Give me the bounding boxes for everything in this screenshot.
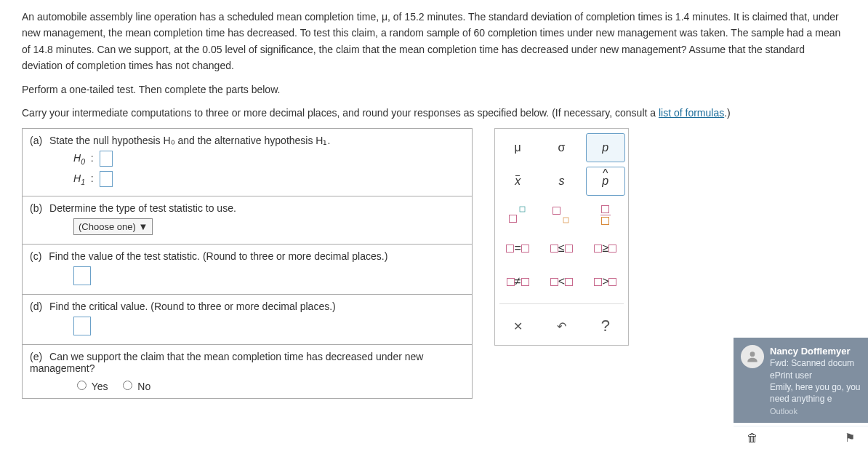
notification-app: Outlook (770, 406, 861, 417)
problem-paragraph-3: Carry your intermediate computations to … (22, 105, 846, 121)
part-c-text: Find the value of the test statistic. (R… (49, 250, 387, 262)
h0-row: H0 : (73, 151, 465, 167)
symbol-xbar[interactable]: x (498, 167, 537, 196)
palette-undo-icon[interactable]: ↶ (542, 311, 581, 341)
notification-toast[interactable]: Nancy Dofflemyer Fwd: Scanned docum ePri… (734, 338, 868, 423)
answer-box: (a) State the null hypothesis H₀ and the… (22, 128, 473, 399)
part-b-label: (b) (30, 202, 42, 214)
radio-yes[interactable]: Yes (73, 381, 108, 392)
flag-icon[interactable]: ⚑ (845, 431, 855, 445)
part-c-label: (c) (30, 250, 41, 262)
symbol-le[interactable]: ≤ (542, 234, 581, 263)
symbol-phat[interactable]: p (586, 167, 625, 196)
part-d: (d) Find the critical value. (Round to t… (23, 295, 472, 345)
problem-paragraph-2: Perform a one-tailed test. Then complete… (22, 82, 846, 98)
part-c: (c) Find the value of the test statistic… (23, 245, 472, 295)
part-d-text: Find the critical value. (Round to three… (49, 301, 336, 312)
formulas-link[interactable]: list of formulas (659, 107, 724, 119)
symbol-gt[interactable]: > (586, 267, 625, 296)
radio-no[interactable]: No (119, 381, 150, 392)
part-e-label: (e) (30, 351, 42, 362)
h0-input[interactable] (100, 151, 113, 167)
h1-row: H1 : (73, 171, 465, 187)
part-e-text: Can we support the claim that the mean c… (30, 351, 423, 374)
problem-paragraph-1: An automobile assembly line operation ha… (22, 9, 846, 74)
trash-icon[interactable]: 🗑 (747, 432, 758, 445)
part-a-text: State the null hypothesis H₀ and the alt… (49, 135, 330, 146)
symbol-eq[interactable]: = (498, 234, 537, 263)
symbol-superscript[interactable] (498, 200, 537, 229)
symbol-p[interactable]: p (586, 133, 625, 162)
palette-clear-icon[interactable]: ✕ (498, 311, 537, 341)
p3-post: .) (724, 107, 731, 119)
symbol-sigma[interactable]: σ (542, 133, 581, 162)
h0-symbol: H0 (73, 152, 85, 164)
notification-sender: Nancy Dofflemyer (770, 345, 861, 358)
palette-help-icon[interactable]: ? (586, 311, 625, 341)
h1-input[interactable] (100, 171, 113, 187)
symbol-fraction[interactable] (586, 200, 625, 229)
part-a: (a) State the null hypothesis H₀ and the… (23, 129, 472, 196)
notification-preview: Emily, here you go, you need anything e (770, 381, 861, 405)
symbol-mu[interactable]: μ (498, 133, 537, 162)
svg-point-0 (750, 351, 755, 357)
critical-value-input[interactable] (73, 317, 91, 335)
symbol-s[interactable]: s (542, 167, 581, 196)
avatar-icon (741, 345, 764, 368)
symbol-palette: μ σ p x s p = ≤ ≥ ≠ < > ✕ ↶ ? (494, 128, 629, 346)
part-a-label: (a) (30, 135, 42, 146)
part-b: (b) Determine the type of test statistic… (23, 196, 472, 245)
notification-body: Nancy Dofflemyer Fwd: Scanned docum ePri… (770, 345, 861, 417)
symbol-ne[interactable]: ≠ (498, 267, 537, 296)
part-d-label: (d) (30, 301, 42, 312)
test-statistic-input[interactable] (73, 266, 91, 285)
test-statistic-select[interactable]: (Choose one) ▼ (73, 218, 153, 235)
h0-colon: : (91, 152, 94, 164)
symbol-lt[interactable]: < (542, 267, 581, 296)
part-b-text: Determine the type of test statistic to … (49, 202, 236, 214)
symbol-ge[interactable]: ≥ (586, 234, 625, 263)
part-e: (e) Can we support the claim that the me… (23, 345, 472, 398)
notification-subject: Fwd: Scanned docum (770, 357, 861, 369)
notification-subline: ePrint user (770, 370, 861, 381)
p3-pre: Carry your intermediate computations to … (22, 107, 659, 119)
h1-symbol: H1 (73, 172, 85, 184)
symbol-subscript[interactable] (542, 200, 581, 229)
notification-actions: 🗑 ⚑ (734, 426, 868, 449)
h1-colon: : (91, 172, 94, 184)
